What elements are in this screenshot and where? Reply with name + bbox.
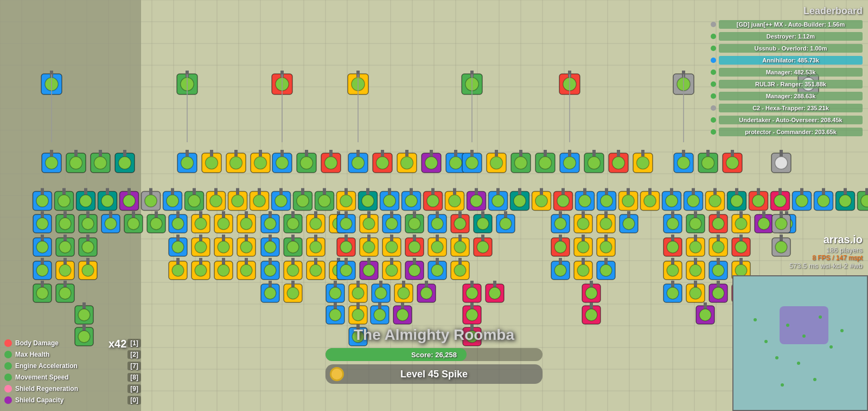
lb-row-1: Destroyer: 1.12m [711,31,863,42]
lb-entry-8: Undertaker - Auto-Overseer: 208.45k [719,116,863,124]
lb-dot-6 [711,93,716,99]
lb-dot-4 [711,69,716,75]
server-name: arras.io [789,233,863,246]
stat-label-engine-accel: Engine Acceleration [15,362,127,370]
stat-row-body-damage: Body Damage[1] [4,338,141,348]
lb-entry-9: protector - Commander: 203.65k [719,128,863,136]
level-bar: Level 45 Spike [326,364,542,384]
stat-dot-engine-accel [4,362,12,370]
lb-dot-0 [711,22,716,27]
lb-dot-1 [711,34,716,39]
stat-label-shield-capacity: Shield Capacity [15,396,127,404]
lb-entry-6: Manager: 288.63k [719,92,863,100]
lb-row-6: Manager: 288.63k [711,91,863,102]
player-name: The Almighty Roomba [326,326,542,344]
lb-dot-9 [711,129,716,135]
minimap [732,275,868,411]
leaderboard-title: Leaderboard [711,5,863,17]
stat-dot-shield-capacity [4,396,12,404]
stat-dot-max-health [4,351,12,358]
stat-row-engine-accel: Engine Acceleration[7] [4,361,141,371]
stat-row-shield-capacity: Shield Capacity[0] [4,395,141,405]
stat-row-movement-speed: Movement Speed[8] [4,372,141,382]
lb-dot-3 [711,58,716,63]
lb-row-4: Manager: 482.53k [711,67,863,78]
minimap-image [733,276,868,411]
stat-label-shield-regen: Shield Regeneration [15,385,127,393]
lb-entry-7: C2 - Hexa-Trapper: 235.21k [719,104,863,112]
lb-row-8: Undertaker - Auto-Overseer: 208.45k [711,115,863,125]
leaderboard: Leaderboard [GD] juan[++ MX - Auto-Build… [711,5,863,138]
lb-row-2: Ussnub - Overlord: 1.00m [711,43,863,54]
stat-row-max-health: Max Health[2] [4,350,141,359]
lb-entry-4: Manager: 482.53k [719,68,863,77]
game-area: x42 Body Damage[1]Max Health[2]Engine Ac… [0,0,868,411]
lb-dot-2 [711,46,716,51]
lb-entry-0: [GD] juan[++ MX - Auto-Builder: 1.56m [719,20,863,29]
lb-dot-7 [711,105,716,111]
level-circle [330,367,344,381]
stat-dot-body-damage [4,339,12,347]
stat-level-body-damage: [1] [127,339,141,347]
center-hud: The Almighty Roomba Score: 26,258 Level … [326,326,542,384]
level-text: Level 45 Spike [400,369,468,380]
stat-label-body-damage: Body Damage [15,339,127,347]
stat-level-shield-capacity: [0] [127,396,141,404]
lb-entry-2: Ussnub - Overlord: 1.00m [719,44,863,53]
leaderboard-entries: [GD] juan[++ MX - Auto-Builder: 1.56mDes… [711,19,863,137]
lb-entry-1: Destroyer: 1.12m [719,32,863,41]
lb-dot-5 [711,81,716,87]
player-count: 186 players [789,246,863,254]
lb-row-0: [GD] juan[++ MX - Auto-Builder: 1.56m [711,19,863,30]
stat-level-engine-accel: [7] [127,362,141,370]
stat-label-movement-speed: Movement Speed [15,374,127,381]
lb-row-3: Annihilator: 485.73k [711,55,863,66]
lb-row-7: C2 - Hexa-Trapper: 235.21k [711,103,863,113]
lb-row-5: RUL3R - Ranger: 351.88k [711,79,863,90]
stat-dot-movement-speed [4,374,12,381]
score-bar: Score: 26,258 [326,348,542,361]
server-info: arras.io 186 players 8 FPS / 147 mspt 57… [789,233,863,270]
stat-label-max-health: Max Health [15,351,127,358]
fps-info: 8 FPS / 147 mspt [789,254,863,262]
stats-panel: Body Damage[1]Max Health[2]Engine Accele… [4,338,141,407]
lb-dot-8 [711,117,716,123]
lb-row-9: protector - Commander: 203.65k [711,127,863,137]
stat-row-shield-regen: Shield Regeneration[9] [4,384,141,394]
lb-entry-3: Annihilator: 485.73k [719,56,863,65]
stat-level-movement-speed: [8] [127,373,141,382]
ping-info: 573.5 ms wsi-kci-2 #wb [789,262,863,270]
score-text: Score: 26,258 [411,351,457,359]
lb-entry-5: RUL3R - Ranger: 351.88k [719,80,863,88]
stat-dot-shield-regen [4,385,12,393]
stat-level-shield-regen: [9] [127,384,141,393]
stat-level-max-health: [2] [127,350,141,359]
